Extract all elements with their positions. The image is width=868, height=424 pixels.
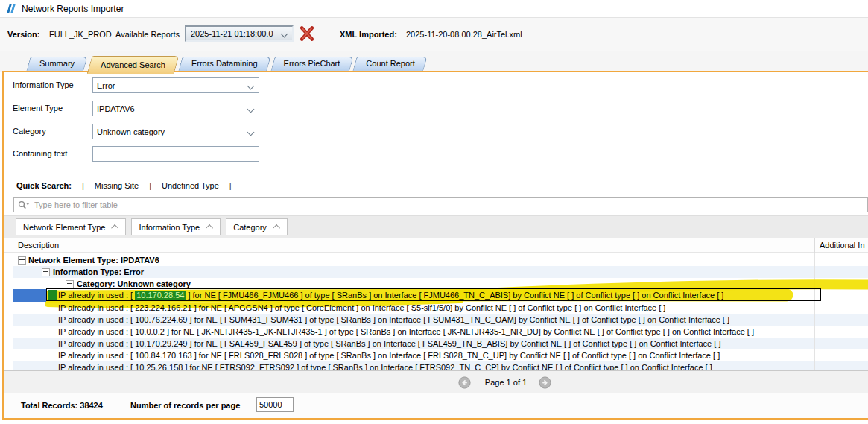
separator: | bbox=[229, 181, 232, 190]
tree-node-network-element-type[interactable]: Network Element Type: IPDATAV6 bbox=[13, 254, 868, 266]
containing-text-label: Containing text bbox=[13, 149, 67, 158]
available-reports-label: Available Reports bbox=[115, 30, 180, 39]
sort-asc-icon bbox=[273, 224, 280, 232]
information-type-label: Information Type bbox=[13, 80, 74, 89]
selected-row-indent bbox=[13, 289, 46, 302]
chevron-down-icon bbox=[281, 31, 288, 38]
available-reports-value: 2025-11-21 01:18:00.0 bbox=[191, 29, 273, 38]
records-per-page-input[interactable] bbox=[256, 397, 294, 412]
version-value: FULL_JK_PROD bbox=[49, 30, 112, 39]
chevron-down-icon bbox=[247, 129, 255, 136]
category-value: Unknown category bbox=[97, 127, 165, 136]
total-records-label: Total Records: 38424 bbox=[21, 401, 103, 410]
column-divider bbox=[814, 238, 815, 253]
next-page-button[interactable] bbox=[539, 376, 551, 389]
tab-count-report[interactable]: Count Report bbox=[355, 57, 425, 71]
tab-errors-datamining[interactable]: Errors Datamining bbox=[180, 57, 269, 71]
window-title: Network Reports Importer bbox=[22, 4, 124, 14]
xml-imported-value: 2025-11-20-08.00.28_AirTel.xml bbox=[406, 30, 522, 39]
column-header-additional-info[interactable]: Additional In bbox=[820, 241, 865, 250]
quick-search-missing-site[interactable]: Missing Site bbox=[95, 181, 139, 190]
quick-search-undefined-type[interactable]: Undefined Type bbox=[162, 181, 219, 190]
search-icon bbox=[18, 200, 30, 209]
table-row[interactable]: IP already in used : [ 100.76.224.69 ] f… bbox=[13, 314, 868, 326]
pagination-bar: Page 1 of 1 bbox=[4, 370, 868, 393]
element-type-select[interactable]: IPDATAV6 bbox=[92, 101, 259, 116]
information-type-value: Error bbox=[97, 81, 115, 90]
table-filter-box bbox=[13, 197, 868, 212]
table-row[interactable]: IP already in used : [ 10.0.0.2 ] for NE… bbox=[13, 326, 868, 338]
column-divider bbox=[814, 253, 815, 370]
quick-search-label: Quick Search: bbox=[16, 181, 72, 190]
tab-errors-piechart[interactable]: Errors PieChart bbox=[273, 57, 352, 71]
category-select[interactable]: Unknown category bbox=[92, 124, 259, 139]
table-row[interactable]: IP already in used : [ 223.224.166.21 ] … bbox=[13, 302, 868, 314]
total-records-value: 38424 bbox=[80, 401, 103, 410]
group-chip-category[interactable]: Category bbox=[226, 218, 288, 235]
tab-advanced-search[interactable]: Advanced Search bbox=[89, 56, 177, 74]
table-row[interactable]: IP already in used : [ 10.25.26.158 ] fo… bbox=[13, 361, 868, 370]
sort-asc-icon bbox=[112, 224, 119, 232]
tab-summary[interactable]: Summary bbox=[28, 57, 86, 71]
containing-text-input[interactable] bbox=[92, 146, 259, 162]
version-label: Version: bbox=[7, 30, 39, 39]
table-row[interactable]: IP already in used : [ 10.170.29.249 ] f… bbox=[13, 338, 868, 349]
delete-report-button[interactable] bbox=[299, 25, 315, 42]
results-table-body: Network Element Type: IPDATAV6 Informati… bbox=[13, 253, 868, 370]
category-label: Category bbox=[13, 127, 46, 136]
separator: | bbox=[149, 181, 151, 190]
table-header: Description Additional In bbox=[4, 238, 868, 253]
grouping-bar: Network Element Type Information Type Ca… bbox=[4, 215, 868, 238]
selected-row[interactable] bbox=[46, 288, 821, 301]
separator: | bbox=[82, 181, 84, 190]
title-bar: Network Reports Importer bbox=[0, 0, 868, 18]
element-type-label: Element Type bbox=[13, 104, 63, 113]
element-type-value: IPDATAV6 bbox=[97, 104, 135, 113]
chevron-down-icon bbox=[247, 106, 255, 113]
quick-search-bar: Quick Search: | Missing Site | Undefined… bbox=[16, 181, 232, 190]
information-type-select[interactable]: Error bbox=[92, 77, 259, 93]
chevron-down-icon bbox=[247, 83, 255, 90]
tab-strip: Summary Advanced Search Errors Dataminin… bbox=[0, 51, 868, 72]
collapse-icon[interactable] bbox=[66, 280, 74, 288]
table-row[interactable]: IP already in used : [ 100.84.170.163 ] … bbox=[13, 349, 868, 361]
app-window: Network Reports Importer Version: FULL_J… bbox=[0, 0, 868, 424]
page-indicator: Page 1 of 1 bbox=[479, 378, 533, 387]
table-filter-input[interactable] bbox=[33, 200, 867, 210]
tree-node-information-type[interactable]: Information Type: Error bbox=[13, 266, 868, 278]
report-toolbar: Version: FULL_JK_PROD Available Reports … bbox=[0, 18, 868, 52]
table-footer: Total Records: 38424 Number of records p… bbox=[4, 393, 868, 418]
group-chip-information-type[interactable]: Information Type bbox=[131, 218, 221, 235]
xml-imported-label: XML Imported: bbox=[340, 30, 397, 39]
available-reports-select[interactable]: 2025-11-21 01:18:00.0 bbox=[185, 25, 294, 42]
sort-asc-icon bbox=[206, 224, 213, 232]
app-logo-icon bbox=[6, 3, 18, 14]
records-per-page-label: Number of records per page bbox=[130, 401, 240, 410]
collapse-icon[interactable] bbox=[42, 268, 50, 276]
previous-page-button[interactable] bbox=[458, 376, 471, 389]
column-header-description[interactable]: Description bbox=[18, 241, 59, 250]
collapse-icon[interactable] bbox=[18, 256, 26, 265]
advanced-search-panel: Information Type Error Element Type IPDA… bbox=[2, 71, 868, 420]
group-chip-network-element-type[interactable]: Network Element Type bbox=[16, 218, 126, 235]
